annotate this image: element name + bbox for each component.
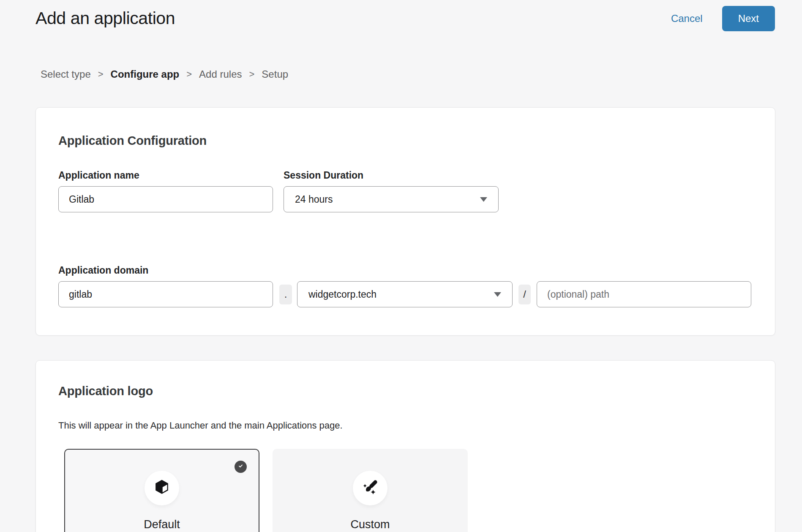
configuration-card-title: Application Configuration — [58, 134, 753, 148]
breadcrumb-separator: > — [186, 69, 192, 80]
breadcrumb-step-configure-app[interactable]: Configure app — [111, 68, 180, 80]
application-configuration-card: Application Configuration Application na… — [35, 107, 775, 336]
page-header: Add an application Cancel Next — [0, 0, 802, 31]
chevron-down-icon — [494, 292, 501, 297]
domain-select-value: widgetcorp.tech — [308, 289, 376, 300]
breadcrumb-step-add-rules[interactable]: Add rules — [199, 68, 242, 80]
logo-card-description: This will appear in the App Launcher and… — [58, 420, 753, 431]
next-button[interactable]: Next — [722, 6, 775, 31]
header-actions: Cancel Next — [671, 6, 775, 31]
cube-icon — [153, 478, 171, 498]
application-name-label: Application name — [58, 170, 273, 181]
cancel-button[interactable]: Cancel — [671, 13, 703, 24]
application-domain-row: . widgetcorp.tech / — [58, 276, 753, 307]
logo-option-tiles: Default Custom — [64, 449, 753, 532]
logo-option-label: Custom — [350, 518, 390, 531]
session-duration-value: 24 hours — [295, 194, 333, 205]
logo-option-label: Default — [144, 518, 180, 531]
domain-dot-separator: . — [279, 285, 292, 304]
breadcrumb-separator: > — [98, 69, 104, 80]
breadcrumb-step-setup[interactable]: Setup — [262, 68, 288, 80]
name-session-row: Application name Session Duration 24 hou… — [58, 170, 753, 212]
application-name-input[interactable] — [58, 186, 273, 212]
subdomain-input[interactable] — [58, 281, 273, 307]
logo-card-title: Application logo — [58, 384, 753, 398]
application-name-field: Application name — [58, 170, 273, 212]
session-duration-label: Session Duration — [284, 170, 499, 181]
page-title: Add an application — [35, 6, 175, 28]
chevron-down-icon — [480, 197, 487, 202]
paintbrush-icon — [361, 478, 379, 498]
breadcrumb-separator: > — [249, 69, 255, 80]
selected-badge — [235, 461, 247, 473]
application-domain-label: Application domain — [58, 265, 753, 276]
check-icon — [237, 463, 244, 471]
application-logo-card: Application logo This will appear in the… — [35, 360, 775, 532]
domain-slash-separator: / — [518, 285, 531, 304]
logo-option-custom[interactable]: Custom — [273, 449, 468, 532]
custom-logo-circle — [353, 471, 387, 505]
domain-select[interactable]: widgetcorp.tech — [297, 281, 513, 307]
breadcrumb-step-select-type[interactable]: Select type — [41, 68, 91, 80]
session-duration-field: Session Duration 24 hours — [284, 170, 499, 212]
path-input[interactable] — [537, 281, 751, 307]
logo-option-default[interactable]: Default — [64, 449, 259, 532]
default-logo-circle — [145, 471, 179, 505]
breadcrumb: Select type > Configure app > Add rules … — [41, 68, 802, 80]
session-duration-select[interactable]: 24 hours — [284, 186, 499, 212]
